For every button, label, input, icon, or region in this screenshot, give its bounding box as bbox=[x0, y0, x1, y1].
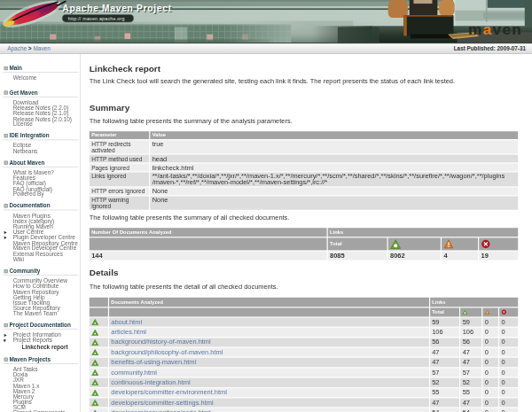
svg-text:maven: maven bbox=[468, 20, 522, 38]
svg-text:http:// maven.apache.org: http:// maven.apache.org bbox=[68, 16, 125, 21]
svg-text:Apache Maven Project: Apache Maven Project bbox=[62, 4, 171, 13]
